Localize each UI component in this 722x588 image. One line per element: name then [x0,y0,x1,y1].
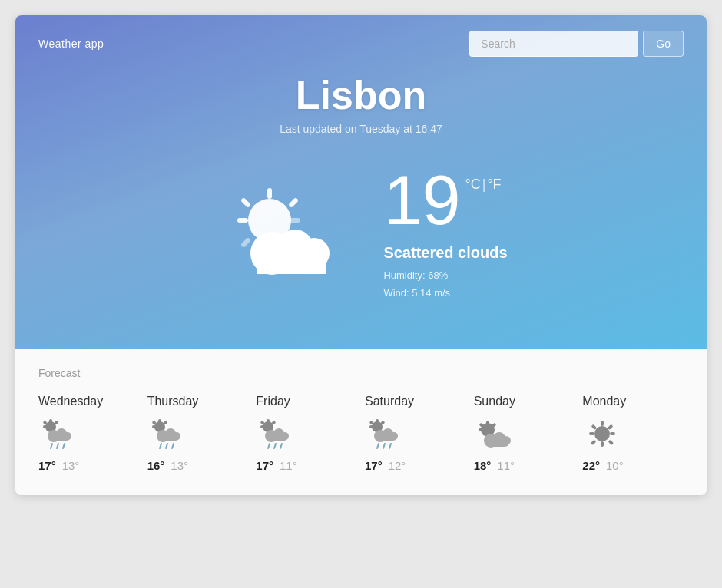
svg-rect-27 [158,419,161,423]
temp-range: 16° 13° [147,459,188,472]
forecast-day: Saturday 17° 12° [365,395,466,472]
temp-low: 11° [280,459,297,472]
forecast-icon [256,418,296,450]
temp-high: 17° [38,459,56,472]
svg-rect-46 [267,433,288,441]
svg-rect-51 [376,419,379,423]
forecast-day: Thursday 16° 13° [147,395,249,472]
current-weather: 19 °C|°F Scattered clouds Humidity: 68% … [38,158,684,310]
day-name: Saturday [365,395,414,408]
city-info: Lisbon Last updated on Tuesday at 16:47 [38,72,684,135]
temp-range: 17° 12° [365,459,406,472]
svg-line-48 [274,444,276,448]
temp-low: 13° [171,459,188,472]
forecast-day: Wednesday 17° 13° [38,395,140,472]
svg-line-59 [377,444,379,448]
fahrenheit-unit: °F [487,177,501,192]
day-name: Thursday [147,395,199,408]
svg-line-24 [57,444,58,448]
temp-high: 16° [147,459,165,472]
temp-high: 17° [256,459,273,472]
humidity: Humidity: 68% [383,266,507,284]
header-top: Weather app Go [38,31,684,57]
temp-high: 18° [474,459,492,472]
temp-range: 22° 10° [582,459,623,472]
current-weather-icon [214,180,353,288]
weather-description: Scattered clouds [383,244,507,262]
forecast-label: Forecast [38,367,684,379]
svg-rect-70 [486,438,509,447]
svg-rect-34 [158,433,180,441]
svg-line-35 [160,444,161,448]
svg-rect-63 [486,421,489,425]
svg-rect-3 [237,218,248,223]
svg-rect-73 [601,441,604,447]
svg-rect-15 [49,419,52,423]
temperature-row: 19 °C|°F [383,166,507,235]
svg-rect-40 [260,425,264,428]
temp-high: 22° [582,459,600,472]
svg-rect-52 [369,425,373,428]
svg-rect-28 [152,425,156,428]
app-container: Weather app Go Lisbon Last updated on Tu… [15,15,707,495]
svg-rect-74 [589,432,594,435]
forecast-icon [365,418,405,450]
svg-rect-16 [43,425,47,428]
svg-rect-75 [610,432,615,435]
go-button[interactable]: Go [643,31,684,57]
temp-high: 17° [365,459,383,472]
svg-rect-5 [240,197,251,208]
forecast-icon [582,418,622,450]
temperature-value: 19 [383,166,460,235]
day-name: Friday [256,395,290,408]
forecast-day: Friday 17° 11° [256,395,357,472]
wind: Wind: 5.14 m/s [383,284,507,302]
svg-point-71 [594,426,610,441]
forecast-icon [38,418,78,450]
temp-low: 12° [389,459,406,472]
forecast-section: Forecast Wednesday 17° 13° [15,349,707,495]
forecast-day: Monday 22° 10° [582,395,684,472]
temp-low: 13° [62,459,80,472]
forecast-icon [474,418,514,450]
svg-line-23 [51,444,52,448]
forecast-grid: Wednesday 17° 13° Thursday [38,395,684,472]
weather-meta: Humidity: 68% Wind: 5.14 m/s [383,266,507,302]
city-name: Lisbon [38,72,684,118]
temp-range: 17° 13° [38,459,79,472]
svg-line-25 [63,444,65,448]
svg-rect-78 [591,439,597,445]
forecast-day: Sunday 18° 11° [474,395,575,472]
svg-rect-39 [267,419,270,423]
svg-rect-7 [240,237,251,248]
svg-rect-4 [290,218,300,223]
temp-low: 11° [497,459,515,472]
svg-line-36 [166,444,167,448]
svg-line-61 [389,444,391,448]
weather-details: 19 °C|°F Scattered clouds Humidity: 68% … [383,166,507,302]
temperature-unit: °C|°F [465,177,502,193]
svg-rect-79 [608,439,614,445]
forecast-icon [147,418,187,450]
svg-rect-58 [376,433,397,441]
svg-line-60 [383,444,385,448]
svg-rect-6 [288,197,299,208]
svg-rect-1 [267,188,272,199]
celsius-unit: °C [465,177,481,192]
search-input[interactable] [469,31,638,57]
svg-rect-22 [49,433,71,441]
svg-rect-64 [479,428,483,431]
app-title: Weather app [38,38,104,50]
weather-header: Weather app Go Lisbon Last updated on Tu… [15,15,707,349]
unit-separator: | [482,177,486,192]
svg-line-37 [172,444,174,448]
day-name: Monday [582,395,626,408]
day-name: Sunday [474,395,515,408]
temp-range: 17° 11° [256,459,296,472]
svg-line-47 [268,444,270,448]
svg-rect-72 [601,421,604,426]
temp-range: 18° 11° [474,459,515,472]
svg-line-49 [280,444,282,448]
last-updated: Last updated on Tuesday at 16:47 [38,123,684,135]
temp-low: 10° [606,459,624,472]
